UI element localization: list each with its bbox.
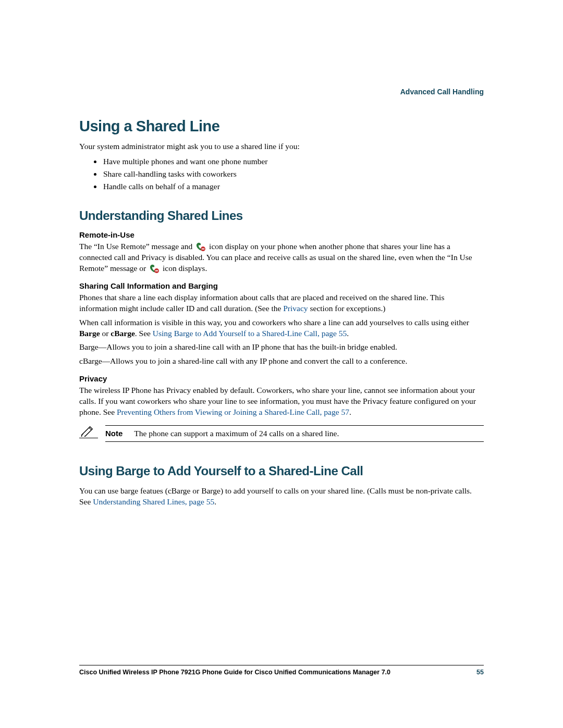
link-barge-section[interactable]: Using Barge to Add Yourself to a Shared-…	[153, 329, 347, 338]
link-preventing-others[interactable]: Preventing Others from Viewing or Joinin…	[117, 408, 349, 416]
note-icon-column	[79, 425, 105, 438]
subhead-remote-in-use: Remote-in-Use	[79, 230, 484, 239]
heading-using-barge: Using Barge to Add Yourself to a Shared-…	[79, 464, 484, 478]
handset-remote-icon	[149, 264, 160, 274]
document-page: Advanced Call Handling Using a Shared Li…	[0, 0, 563, 728]
list-item: Share call-handling tasks with coworkers	[102, 168, 484, 180]
text: .	[349, 408, 351, 416]
sharing-p3: Barge—Allows you to join a shared-line c…	[79, 342, 484, 353]
remote-paragraph: The “In Use Remote” message and icon dis…	[79, 241, 484, 274]
text: section for exceptions.)	[308, 304, 386, 313]
privacy-paragraph: The wireless IP Phone has Privacy enable…	[79, 385, 484, 418]
bold-cbarge: cBarge	[111, 329, 134, 338]
sharing-p1: Phones that share a line each display in…	[79, 292, 484, 314]
heading-shared-line: Using a Shared Line	[79, 118, 484, 135]
pencil-icon	[80, 425, 95, 437]
link-privacy[interactable]: Privacy	[283, 304, 308, 313]
footer-title: Cisco Unified Wireless IP Phone 7921G Ph…	[79, 669, 390, 676]
link-understanding[interactable]: Understanding Shared Lines, page 55	[93, 497, 214, 506]
text: icon displays.	[163, 264, 207, 273]
text: Phones that share a line each display in…	[79, 293, 444, 313]
svg-rect-3	[155, 270, 158, 272]
subhead-privacy: Privacy	[79, 374, 484, 383]
list-item: Handle calls on behalf of a manager	[102, 180, 484, 193]
note-block: Note The phone can support a maximum of …	[79, 425, 484, 442]
page-footer: Cisco Unified Wireless IP Phone 7921G Ph…	[79, 665, 484, 676]
note-label: Note	[105, 429, 123, 438]
svg-rect-1	[202, 249, 204, 250]
intro-bullets: Have multiple phones and want one phone …	[79, 155, 484, 193]
text: . See	[135, 329, 153, 338]
text: or	[100, 329, 111, 338]
bold-barge: Barge	[79, 329, 100, 338]
running-header: Advanced Call Handling	[400, 88, 484, 96]
text: When call information is visible in this…	[79, 318, 469, 327]
note-text: The phone can support a maximum of 24 ca…	[134, 429, 339, 438]
subhead-sharing: Sharing Call Information and Barging	[79, 281, 484, 290]
sharing-p4: cBarge—Allows you to join a shared-line …	[79, 356, 484, 367]
note-content: Note The phone can support a maximum of …	[105, 425, 484, 442]
list-item: Have multiple phones and want one phone …	[102, 155, 484, 168]
intro-paragraph: Your system administrator might ask you …	[79, 141, 484, 152]
footer-page-number: 55	[476, 669, 484, 676]
heading-understanding: Understanding Shared Lines	[79, 208, 484, 223]
text: .	[347, 329, 349, 338]
sharing-p2: When call information is visible in this…	[79, 317, 484, 339]
note-rule	[79, 438, 98, 438]
text: The “In Use Remote” message and	[79, 242, 194, 251]
handset-remote-icon	[195, 242, 206, 252]
text: .	[214, 497, 216, 506]
barge-paragraph: You can use barge featues (cBarge or Bar…	[79, 486, 484, 508]
